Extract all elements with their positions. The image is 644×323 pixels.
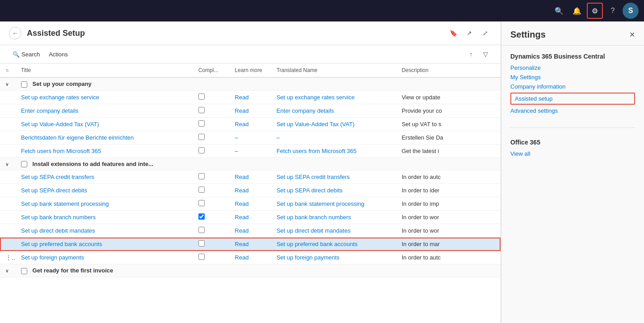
user-avatar[interactable]: S [623,3,639,19]
row-compl-checkbox[interactable] [198,134,205,140]
col-translated-header[interactable]: Translated Name [271,64,396,77]
row-compl-checkbox[interactable] [198,254,205,260]
row-compl-checkbox[interactable] [198,147,205,153]
row-learn-link[interactable]: Read [235,107,248,114]
table-row[interactable]: ⋮ Set up foreign payments Read Set up fo… [0,251,501,264]
bell-icon[interactable]: 🔔 [569,3,585,19]
row-title-link[interactable]: Set up foreign payments [21,254,84,261]
table-row[interactable]: Enter company details Read Enter company… [0,104,501,117]
table-row[interactable]: Set up preferred bank accounts Read Set … [0,238,501,251]
row-learn-link[interactable]: Read [235,187,248,194]
settings-link-personalize[interactable]: Personalize [510,64,635,71]
row-learn-link[interactable]: Read [235,200,248,207]
filter-icon[interactable]: ▽ [479,48,492,60]
group-chevron-cell[interactable]: ∨ [0,157,16,170]
row-learn-link[interactable]: Read [235,227,248,234]
col-title-header[interactable]: Title [16,64,193,77]
row-desc-cell: In order to wor [396,211,501,224]
table-container[interactable]: ⇅ Title Compl... Learn more Translated N… [0,64,501,323]
settings-link-assisted-setup[interactable]: Assisted setup [510,93,635,105]
col-learn-header[interactable]: Learn more [229,64,271,77]
settings-link-advanced-settings[interactable]: Advanced settings [510,107,635,114]
export-icon[interactable]: ↑ [465,48,477,60]
settings-link-company-information[interactable]: Company information [510,83,635,90]
table-row[interactable]: Set up bank statement processing Read Se… [0,197,501,211]
row-learn-link[interactable]: Read [235,94,248,101]
table-row[interactable]: Fetch users from Microsoft 365 – Fetch u… [0,144,501,157]
col-compl-header[interactable]: Compl... [193,64,230,77]
row-title-link[interactable]: Set up SEPA credit transfers [21,174,94,180]
settings-close-button[interactable]: ✕ [629,30,635,39]
row-compl-checkbox[interactable] [198,187,205,193]
row-ellipsis-button[interactable]: ⋮ [5,254,16,261]
row-translated-link[interactable]: Enter company details [277,107,334,114]
row-translated-link[interactable]: Set up SEPA direct debits [277,187,343,194]
row-title-link[interactable]: Set up SEPA direct debits [21,187,87,194]
back-button[interactable]: ← [9,27,21,39]
group-checkbox[interactable] [21,161,27,167]
row-title-cell: Fetch users from Microsoft 365 [16,144,193,157]
group-chevron-cell[interactable]: ∨ [0,77,16,90]
row-translated-link[interactable]: Set up exchange rates service [277,94,355,101]
row-title-link[interactable]: Set up exchange rates service [21,94,99,101]
row-title-link[interactable]: Set up bank statement processing [21,200,109,207]
row-title-link[interactable]: Fetch users from Microsoft 365 [21,148,101,154]
search-toolbar-item[interactable]: 🔍 Search [9,49,43,60]
col-desc-header[interactable]: Description [396,64,501,77]
group-chevron-cell[interactable]: ∨ [0,264,16,277]
table-row[interactable]: Set up Value-Added Tax (VAT) Read Set up… [0,117,501,131]
search-icon[interactable]: 🔍 [551,3,567,19]
table-row[interactable]: Set up exchange rates service Read Set u… [0,90,501,104]
row-learn-cell: Read [229,238,271,251]
expand-icon[interactable]: ⤢ [479,27,492,39]
help-icon[interactable]: ? [605,3,621,19]
table-row[interactable]: Set up bank branch numbers Read Set up b… [0,211,501,224]
group-checkbox[interactable] [21,81,27,88]
row-translated-link[interactable]: Fetch users from Microsoft 365 [277,148,357,154]
row-title-link[interactable]: Berichtsdaten für eigene Berichte einric… [21,134,134,141]
row-compl-checkbox[interactable] [198,173,205,179]
row-compl-checkbox[interactable] [198,94,205,100]
row-learn-link[interactable]: Read [235,214,248,221]
group-checkbox[interactable] [21,268,27,274]
row-translated-link[interactable]: Set up bank statement processing [277,200,365,207]
table-row[interactable]: Set up SEPA direct debits Read Set up SE… [0,184,501,197]
bookmark-icon[interactable]: 🔖 [447,27,459,39]
row-translated-link[interactable]: Set up Value-Added Tax (VAT) [277,121,355,128]
row-learn-link[interactable]: Read [235,121,248,128]
settings-link-my-settings[interactable]: My Settings [510,74,635,81]
row-translated-link[interactable]: Set up SEPA credit transfers [277,174,350,180]
row-title-link[interactable]: Set up bank branch numbers [21,214,96,221]
settings-panel: Settings ✕ Dynamics 365 Business Central… [501,21,644,323]
row-compl-checkbox[interactable] [198,200,205,206]
view-all-link[interactable]: View all [510,150,530,157]
group-chevron-icon[interactable]: ∨ [5,268,8,273]
row-title-link[interactable]: Set up preferred bank accounts [21,241,102,247]
row-sort-cell [0,90,16,104]
row-title-link[interactable]: Set up direct debit mandates [21,227,95,234]
row-title-link[interactable]: Enter company details [21,107,79,114]
row-title-link[interactable]: Set up Value-Added Tax (VAT) [21,121,99,128]
row-compl-checkbox[interactable] [198,213,205,220]
row-translated-link[interactable]: Set up bank branch numbers [277,214,351,221]
row-translated-link[interactable]: Set up direct debit mandates [277,227,351,234]
actions-toolbar-item[interactable]: Actions [45,49,72,60]
gear-icon[interactable]: ⚙ [587,3,603,19]
share-icon[interactable]: ↗ [463,27,476,39]
row-compl-checkbox[interactable] [198,107,205,113]
table-row[interactable]: Set up direct debit mandates Read Set up… [0,224,501,238]
table-row[interactable]: Set up SEPA credit transfers Read Set up… [0,170,501,184]
group-chevron-icon[interactable]: ∨ [5,162,8,167]
row-translated-link[interactable]: Set up foreign payments [277,254,340,261]
row-translated-cell: Set up foreign payments [271,251,396,264]
row-translated-link[interactable]: Set up preferred bank accounts [277,241,358,247]
group-chevron-icon[interactable]: ∨ [5,82,8,87]
row-compl-checkbox[interactable] [198,120,205,127]
row-learn-link[interactable]: Read [235,254,248,261]
row-compl-checkbox[interactable] [198,240,205,246]
table-row[interactable]: Berichtsdaten für eigene Berichte einric… [0,131,501,144]
row-learn-link[interactable]: Read [235,241,248,247]
row-learn-link[interactable]: Read [235,174,248,180]
row-compl-checkbox[interactable] [198,227,205,233]
row-desc-cell: In order to autc [396,170,501,184]
